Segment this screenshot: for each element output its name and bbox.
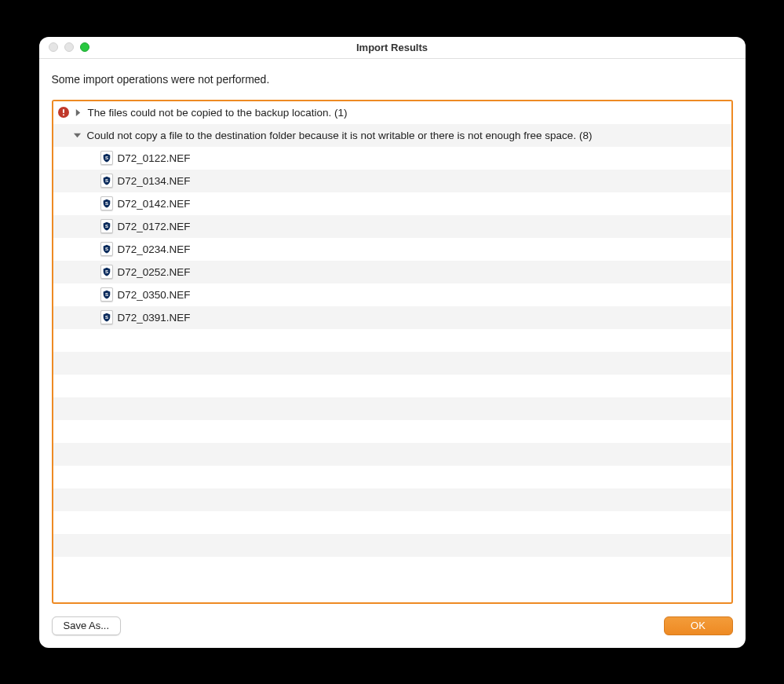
tree-file-item[interactable]: SD72_0391.NEF: [53, 306, 731, 329]
svg-text:S: S: [104, 315, 108, 320]
file-name: D72_0134.NEF: [118, 170, 191, 192]
maximize-window-button[interactable]: [80, 42, 89, 52]
svg-rect-2: [63, 114, 64, 115]
results-box: The files could not be copied to the bac…: [52, 100, 733, 604]
file-icon: S: [100, 265, 113, 279]
import-results-window: Import Results Some import operations we…: [39, 37, 746, 648]
alert-icon: [58, 107, 69, 118]
window-controls: [49, 42, 89, 52]
footer: Save As... OK: [39, 604, 746, 648]
svg-rect-1: [63, 109, 64, 113]
save-as-button[interactable]: Save As...: [52, 616, 122, 635]
empty-row: [53, 443, 731, 466]
empty-row: [53, 466, 731, 488]
tree-file-item[interactable]: SD72_0134.NEF: [53, 170, 731, 192]
empty-row: [53, 375, 731, 397]
svg-text:S: S: [104, 269, 108, 274]
tree-file-item[interactable]: SD72_0252.NEF: [53, 261, 731, 283]
close-window-button[interactable]: [49, 42, 58, 52]
titlebar: Import Results: [39, 37, 746, 59]
file-icon: S: [100, 242, 113, 256]
file-name: D72_0350.NEF: [118, 283, 191, 306]
svg-text:S: S: [104, 224, 108, 229]
file-icon: S: [100, 219, 113, 233]
file-icon: S: [100, 151, 113, 165]
tree-file-item[interactable]: SD72_0172.NEF: [53, 215, 731, 238]
tree-file-item[interactable]: SD72_0122.NEF: [53, 147, 731, 170]
svg-text:S: S: [104, 155, 108, 160]
chevron-right-icon[interactable]: [74, 108, 83, 117]
minimize-window-button[interactable]: [64, 42, 74, 52]
file-icon: S: [100, 287, 113, 302]
file-name: D72_0391.NEF: [118, 306, 191, 329]
file-name: D72_0142.NEF: [118, 192, 191, 215]
svg-text:S: S: [104, 201, 108, 206]
window-title: Import Results: [39, 42, 746, 53]
file-name: D72_0252.NEF: [118, 261, 191, 283]
tree-group-copy-failed[interactable]: Could not copy a file to the destination…: [53, 124, 731, 147]
tree-group-backup-failed[interactable]: The files could not be copied to the bac…: [53, 101, 731, 124]
file-icon: S: [100, 174, 113, 188]
content-area: Some import operations were not performe…: [39, 59, 746, 604]
tree-group-label: The files could not be copied to the bac…: [88, 101, 348, 124]
ok-button[interactable]: OK: [664, 616, 733, 635]
tree-file-item[interactable]: SD72_0142.NEF: [53, 192, 731, 215]
svg-text:S: S: [104, 247, 108, 251]
file-name: D72_0172.NEF: [118, 215, 191, 238]
file-icon: S: [100, 310, 113, 324]
file-name: D72_0234.NEF: [118, 238, 191, 261]
file-name: D72_0122.NEF: [118, 147, 191, 170]
empty-row: [53, 397, 731, 420]
svg-text:S: S: [104, 178, 108, 183]
svg-text:S: S: [104, 292, 108, 297]
summary-text: Some import operations were not performe…: [52, 73, 733, 86]
empty-row: [53, 488, 731, 511]
chevron-down-icon[interactable]: [73, 130, 82, 140]
empty-row: [53, 329, 731, 352]
empty-row: [53, 534, 731, 557]
tree-file-item[interactable]: SD72_0234.NEF: [53, 238, 731, 261]
empty-row: [53, 420, 731, 443]
tree-file-item[interactable]: SD72_0350.NEF: [53, 283, 731, 306]
results-tree[interactable]: The files could not be copied to the bac…: [53, 101, 731, 602]
tree-group-label: Could not copy a file to the destination…: [87, 124, 593, 147]
empty-row: [53, 352, 731, 375]
empty-row: [53, 511, 731, 534]
file-icon: S: [100, 196, 113, 210]
